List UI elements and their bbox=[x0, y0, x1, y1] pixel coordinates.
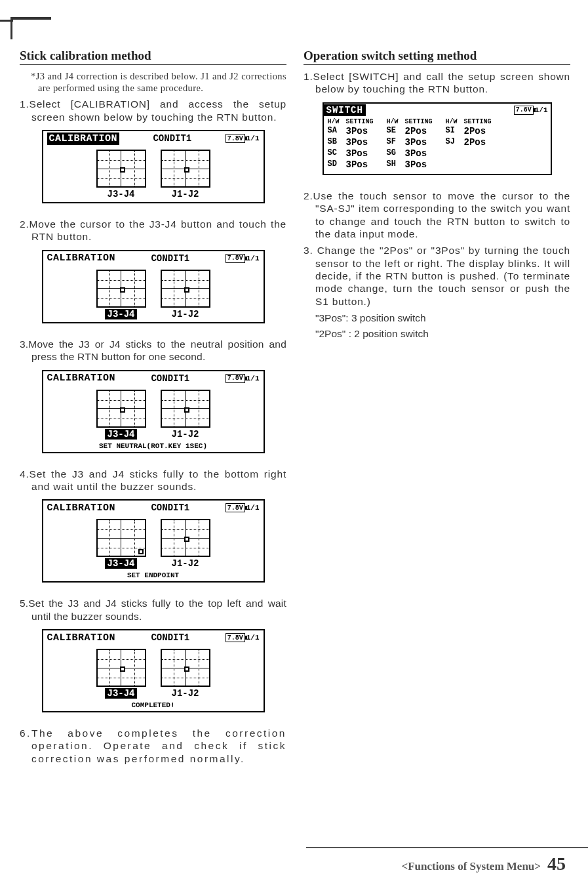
lcd3-left-label: J3-J4 bbox=[105, 429, 136, 440]
hw-header: H/W bbox=[328, 118, 346, 125]
switch-page: 1/1 bbox=[535, 106, 548, 114]
stick-grid-j3j4 bbox=[96, 390, 146, 428]
lcd4-batt: 7.8V bbox=[227, 504, 243, 512]
setting-header: SETTING bbox=[405, 118, 446, 125]
lcd4-left-label: J3-J4 bbox=[105, 558, 136, 569]
stick-grid-j3j4 bbox=[96, 649, 146, 687]
lcd-screenshot-1: CALIBRATION CONDIT1 7.8V 1/1 J3-J4 bbox=[42, 130, 265, 203]
lcd5-footer: COMPLETED! bbox=[43, 701, 264, 711]
lcd3-footer: SET NEUTRAL(ROT.KEY 1SEC) bbox=[43, 442, 264, 452]
sw-value: 3Pos bbox=[346, 159, 387, 170]
r-step-3: 3. Change the "2Pos" or "3Pos" by turnin… bbox=[304, 244, 570, 308]
lcd1-page: 1/1 bbox=[246, 134, 260, 142]
lcd5-right-label: J1-J2 bbox=[171, 688, 199, 699]
lcd2-left-label: J3-J4 bbox=[105, 309, 136, 319]
lcd2-right-label: J1-J2 bbox=[171, 309, 199, 319]
stick-grid-j3j4 bbox=[96, 519, 146, 557]
sw-label: SH bbox=[387, 159, 405, 170]
stick-grid-j3j4 bbox=[96, 150, 146, 188]
lcd2-batt: 7.8V bbox=[227, 255, 243, 262]
stick-grid-j1j2 bbox=[161, 519, 210, 557]
switch-lcd-title: SWITCH bbox=[324, 104, 366, 116]
sw-label: SE bbox=[387, 126, 405, 136]
lcd1-batt: 7.8V bbox=[227, 135, 243, 142]
sw-label: SF bbox=[387, 137, 405, 148]
lcd3-batt: 7.8V bbox=[227, 375, 243, 382]
sw-label bbox=[446, 148, 464, 159]
lcd5-page: 1/1 bbox=[246, 634, 260, 642]
switch-table: H/W SETTING H/W SETTING H/W SETTING SA 3… bbox=[324, 117, 551, 174]
left-column: Stick calibration method *J3 and J4 corr… bbox=[20, 49, 286, 769]
battery-icon: 7.6V bbox=[514, 106, 534, 115]
note-2pos: "2Pos" : 2 position switch bbox=[304, 327, 570, 340]
stick-grid-j1j2 bbox=[161, 150, 210, 188]
lcd1-mode: CONDIT1 bbox=[119, 133, 225, 144]
hw-header: H/W bbox=[446, 118, 464, 125]
lcd5-title: CALIBRATION bbox=[47, 632, 116, 644]
lcd5-mode: CONDIT1 bbox=[115, 632, 225, 643]
lcd2-mode: CONDIT1 bbox=[115, 253, 225, 264]
r-step-2: 2.Use the touch sensor to move the curso… bbox=[304, 190, 570, 241]
step-2: 2.Move the cursor to the J3-J4 button an… bbox=[20, 218, 286, 243]
battery-icon: 7.8V bbox=[225, 254, 245, 263]
sw-value: 2Pos bbox=[464, 137, 505, 148]
lcd4-title: CALIBRATION bbox=[47, 502, 116, 514]
sw-label: SI bbox=[446, 126, 464, 136]
lcd4-right-label: J1-J2 bbox=[171, 558, 199, 569]
lcd1-right-label: J1-J2 bbox=[171, 189, 199, 199]
lcd-screenshot-5: CALIBRATION CONDIT1 7.8V 1/1 J3-J4 bbox=[42, 629, 265, 712]
lcd4-page: 1/1 bbox=[246, 504, 260, 512]
sw-value: 3Pos bbox=[405, 148, 446, 159]
top-rule bbox=[12, 17, 51, 20]
page-number: 45 bbox=[547, 853, 566, 874]
step-1: 1.Select [CALIBRATION] and access the se… bbox=[20, 98, 286, 123]
stick-grid-j1j2 bbox=[161, 649, 210, 687]
switch-batt: 7.6V bbox=[516, 106, 532, 113]
lcd-screenshot-3: CALIBRATION CONDIT1 7.8V 1/1 J3-J4 bbox=[42, 370, 265, 453]
sw-value bbox=[464, 159, 505, 170]
sw-label: SJ bbox=[446, 137, 464, 148]
sw-label: SD bbox=[328, 159, 346, 170]
battery-icon: 7.8V bbox=[225, 503, 245, 512]
lcd2-page: 1/1 bbox=[246, 255, 260, 262]
right-column: Operation switch setting method 1.Select… bbox=[304, 49, 570, 769]
calibration-footnote: *J3 and J4 correction is described below… bbox=[20, 70, 286, 94]
footer-rule bbox=[306, 847, 588, 848]
sw-label: SC bbox=[328, 148, 346, 159]
page-footer: <Functions of System Menu> 45 bbox=[401, 853, 566, 874]
lcd2-title: CALIBRATION bbox=[47, 253, 116, 264]
stick-calibration-title: Stick calibration method bbox=[20, 49, 286, 65]
lcd3-mode: CONDIT1 bbox=[115, 373, 225, 384]
sw-value: 3Pos bbox=[405, 159, 446, 170]
lcd4-mode: CONDIT1 bbox=[115, 502, 225, 513]
lcd-screenshot-2: CALIBRATION CONDIT1 7.8V 1/1 J3-J4 bbox=[42, 250, 265, 323]
step-3: 3.Move the J3 or J4 sticks to the neutra… bbox=[20, 338, 286, 363]
lcd5-batt: 7.8V bbox=[227, 634, 243, 642]
sw-value bbox=[464, 148, 505, 159]
stick-grid-j3j4 bbox=[96, 270, 146, 308]
top-vertical-rule bbox=[10, 17, 12, 39]
lcd-screenshot-4: CALIBRATION CONDIT1 7.8V 1/1 J3-J4 bbox=[42, 499, 265, 583]
lcd5-left-label: J3-J4 bbox=[105, 688, 136, 699]
setting-header: SETTING bbox=[346, 118, 387, 125]
setting-header: SETTING bbox=[464, 118, 505, 125]
switch-lcd: SWITCH 7.6V 1/1 H/W SETTING H/W SETTING … bbox=[323, 102, 552, 175]
step-6: 6.The above completes the correction ope… bbox=[20, 727, 286, 765]
stick-grid-j1j2 bbox=[161, 270, 210, 308]
r-step-1: 1.Select [SWITCH] and call the setup scr… bbox=[304, 70, 570, 96]
step-5: 5.Set the J3 and J4 sticks fully to the … bbox=[20, 597, 286, 623]
stick-grid-j1j2 bbox=[161, 390, 210, 428]
sw-value: 2Pos bbox=[464, 126, 505, 136]
note-3pos: "3Pos": 3 position switch bbox=[304, 312, 570, 324]
battery-icon: 7.8V bbox=[225, 374, 245, 383]
battery-icon: 7.8V bbox=[225, 134, 245, 143]
hw-header: H/W bbox=[387, 118, 405, 125]
operation-switch-title: Operation switch setting method bbox=[304, 49, 570, 65]
sw-label: SB bbox=[328, 137, 346, 148]
battery-icon: 7.8V bbox=[225, 633, 245, 642]
lcd4-footer: SET ENDPOINT bbox=[43, 571, 264, 581]
sw-value: 3Pos bbox=[405, 137, 446, 148]
sw-label: SA bbox=[328, 126, 346, 136]
lcd3-page: 1/1 bbox=[246, 375, 260, 382]
step-4: 4.Set the J3 and J4 sticks fully to the … bbox=[20, 468, 286, 493]
